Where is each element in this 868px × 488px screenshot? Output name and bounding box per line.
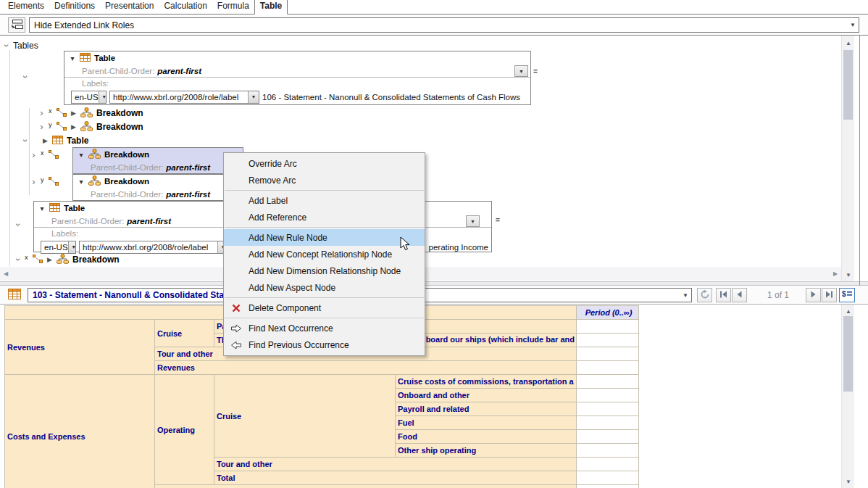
tree-node-breakdown-x3[interactable]: › x ▶ Breakdown	[14, 253, 120, 266]
row-header-revenues[interactable]: Revenues	[5, 320, 155, 375]
data-cell[interactable]	[577, 458, 639, 471]
chevron-collapsed-icon[interactable]: ›	[30, 178, 37, 186]
chevron-expanded-icon[interactable]: ›	[22, 138, 29, 144]
collapse-triangle-icon[interactable]: ▾	[38, 204, 46, 212]
tree-node-table-2[interactable]: › ▶ Table	[22, 134, 88, 147]
table-label-text[interactable]: 106 - Statement - Nanonull & Consolidate…	[262, 93, 520, 102]
row-header-leaf[interactable]: Cruise costs of commissions, transportat…	[396, 375, 577, 389]
expand-triangle-icon[interactable]: ▶	[46, 256, 53, 263]
resize-handle-icon[interactable]: =	[533, 67, 538, 75]
parameter-values-button[interactable]: $	[839, 288, 855, 302]
chevron-down-icon[interactable]: ▼	[99, 91, 107, 103]
row-header-leaf[interactable]: Other ship operating	[396, 444, 577, 458]
refresh-button[interactable]	[697, 288, 712, 302]
scroll-right-icon[interactable]: ▶	[830, 267, 841, 281]
chevron-down-icon[interactable]: ▼	[466, 215, 480, 227]
row-header-tour-costs[interactable]: Tour and other	[214, 458, 577, 471]
data-cell[interactable]	[577, 444, 639, 458]
row-header-leaf[interactable]: Food	[396, 430, 577, 444]
menu-item-remove-arc[interactable]: Remove Arc	[224, 172, 425, 189]
menu-item-add-new-rule-node[interactable]: Add New Rule Node	[224, 229, 425, 246]
label-role-combo[interactable]: http://www.xbrl.org/2008/role/label ▼	[109, 91, 259, 104]
collapse-triangle-icon[interactable]: ▾	[78, 151, 85, 159]
data-cell[interactable]	[577, 347, 639, 361]
expand-triangle-icon[interactable]: ▶	[42, 137, 49, 144]
tree-node-table-1[interactable]: ▾ Table Parent-Child-Order: parent-first…	[64, 51, 531, 105]
row-header-leaf[interactable]: Onboard and other	[396, 389, 577, 402]
tab-formula[interactable]: Formula	[212, 0, 254, 14]
tree-vertical-scrollbar[interactable]: ▲ ▼	[841, 36, 854, 282]
data-cell[interactable]	[577, 361, 639, 375]
expand-triangle-icon[interactable]: ▶	[70, 109, 77, 117]
data-cell[interactable]	[577, 471, 639, 485]
menu-item-delete-component[interactable]: Delete Component	[224, 299, 425, 316]
scroll-left-icon[interactable]: ◀	[0, 267, 12, 281]
chevron-expanded-icon[interactable]: ›	[3, 43, 10, 49]
tab-calculation[interactable]: Calculation	[159, 0, 212, 14]
data-cell[interactable]	[577, 375, 639, 389]
menu-item-add-new-dimension-relationship-node[interactable]: Add New Dimension Relationship Node	[224, 262, 425, 279]
row-header-cruise-costs[interactable]: Cruise	[214, 375, 396, 458]
menu-item-add-new-aspect-node[interactable]: Add New Aspect Node	[224, 279, 425, 296]
collapse-triangle-icon[interactable]: ▾	[69, 54, 76, 62]
first-page-button[interactable]	[716, 288, 731, 302]
tab-presentation[interactable]: Presentation	[100, 0, 159, 14]
collapse-triangle-icon[interactable]: ▾	[78, 178, 85, 186]
tab-definitions[interactable]: Definitions	[49, 0, 100, 14]
chevron-expanded-icon[interactable]: ›	[14, 257, 22, 263]
row-header-revenues-total[interactable]: Revenues	[155, 361, 577, 375]
tab-table[interactable]: Table	[254, 0, 288, 15]
tree-root-tables[interactable]: › Tables	[3, 39, 38, 52]
scrollbar-thumb[interactable]	[843, 50, 853, 120]
menu-item-find-previous-occurrence[interactable]: Find Previous Occurrence	[224, 336, 425, 353]
next-page-button[interactable]	[806, 288, 821, 302]
table-vertical-scrollbar[interactable]: ▲ ▼	[841, 305, 854, 488]
chevron-expanded-icon[interactable]: ›	[22, 74, 29, 80]
resize-handle-icon[interactable]: =	[496, 216, 500, 224]
data-cell[interactable]	[577, 430, 639, 444]
scrollbar-thumb[interactable]	[843, 316, 853, 392]
label-language-combo[interactable]: en-US ▼	[71, 91, 107, 104]
chevron-down-icon[interactable]: ▼	[248, 91, 259, 103]
menu-item-override-arc[interactable]: Override Arc	[224, 155, 425, 172]
scroll-down-icon[interactable]: ▼	[842, 269, 855, 281]
previous-page-button[interactable]	[732, 288, 747, 302]
data-cell[interactable]	[577, 485, 639, 488]
label-language-combo[interactable]: en-US ▼	[41, 241, 76, 254]
chevron-collapsed-icon[interactable]: ›	[30, 152, 37, 159]
scroll-up-icon[interactable]: ▲	[842, 305, 855, 317]
data-cell[interactable]	[577, 416, 639, 430]
row-header-cruise[interactable]: Cruise	[155, 320, 214, 347]
tree-node-breakdown-x2-prefix[interactable]: › x	[30, 149, 59, 162]
chevron-down-icon[interactable]: ▼	[68, 241, 76, 253]
data-cell[interactable]	[577, 320, 639, 334]
data-cell[interactable]	[577, 334, 639, 347]
chevron-down-icon[interactable]: ▼	[680, 292, 691, 299]
table-label-text-fragment[interactable]: perating Income	[429, 243, 488, 252]
menu-item-add-label[interactable]: Add Label	[224, 192, 425, 209]
menu-item-find-next-occurrence[interactable]: Find Next Occurrence	[224, 320, 425, 336]
tree-node-breakdown-y2-prefix[interactable]: › y	[30, 175, 59, 189]
period-column-header[interactable]: Period (0..∞)	[577, 306, 639, 320]
tree-node-breakdown-y2[interactable]: ▾ Breakdown Parent-Child-Order: parent-f…	[72, 174, 243, 201]
scroll-down-icon[interactable]: ▼	[842, 476, 855, 487]
chevron-down-icon[interactable]: ▼	[514, 65, 528, 77]
row-header-leaf[interactable]: Fuel	[396, 416, 577, 430]
tab-elements[interactable]: Elements	[3, 0, 49, 14]
chevron-expanded-icon[interactable]: ›	[14, 222, 22, 228]
tree-node-breakdown-y[interactable]: › y ▶ Breakdown	[38, 120, 143, 133]
chevron-collapsed-icon[interactable]: ›	[38, 123, 45, 131]
extended-link-roles-button[interactable]	[8, 17, 25, 33]
last-page-button[interactable]	[822, 288, 837, 302]
row-header-leaf[interactable]: Payroll and related	[396, 402, 577, 416]
menu-item-add-reference[interactable]: Add Reference	[224, 209, 425, 226]
chevron-down-icon[interactable]: ▼	[847, 22, 859, 28]
link-roles-combo[interactable]: Hide Extended Link Roles ▼	[29, 17, 859, 33]
data-cell[interactable]	[577, 402, 639, 416]
expand-triangle-icon[interactable]: ▶	[70, 123, 77, 131]
scroll-up-icon[interactable]: ▲	[842, 37, 855, 49]
tree-node-breakdown-selected[interactable]: ▾ Breakdown Parent-Child-Order: parent-f…	[72, 147, 243, 174]
tree-node-breakdown-x[interactable]: › x ▶ Breakdown	[38, 107, 143, 120]
row-header-operating[interactable]: Operating	[155, 375, 214, 485]
chevron-collapsed-icon[interactable]: ›	[38, 109, 45, 117]
